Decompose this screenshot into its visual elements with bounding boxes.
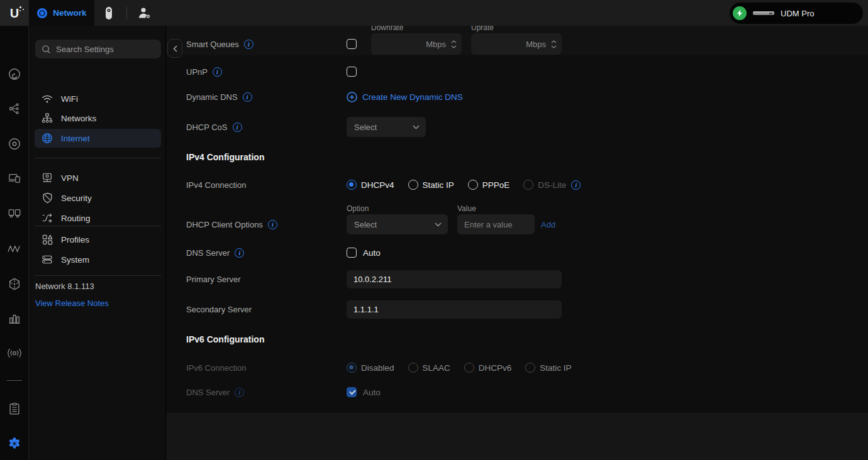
dns-server-row: DNS Server Auto: [186, 247, 855, 258]
radio-icon: [347, 363, 357, 373]
mesh-network-icon[interactable]: [0, 277, 29, 292]
statistics-icon[interactable]: [0, 311, 29, 326]
stepper-icon[interactable]: [551, 40, 557, 48]
search-input[interactable]: [56, 45, 150, 54]
dashboard-icon[interactable]: [0, 67, 29, 82]
radio-icon: [408, 363, 418, 373]
globe-icon: [41, 133, 53, 144]
ipv6-dns-server-label: DNS Server: [186, 388, 347, 397]
ubiquiti-logo[interactable]: U: [0, 0, 29, 26]
admin-user-gear-icon: [137, 6, 152, 20]
system-log-icon[interactable]: [0, 402, 29, 417]
info-icon[interactable]: [268, 220, 277, 229]
collapse-sidebar-button[interactable]: [167, 39, 182, 58]
sidebar-item-profiles[interactable]: Profiles: [35, 230, 161, 249]
smart-queues-checkbox[interactable]: [347, 39, 357, 49]
create-dynamic-dns-link[interactable]: Create New Dynamic DNS: [347, 92, 463, 102]
clients-icon[interactable]: [0, 171, 29, 186]
sidebar-item-wifi[interactable]: WiFi: [35, 89, 161, 108]
rail-divider: [7, 380, 22, 381]
info-icon[interactable]: [233, 123, 242, 132]
power-status-icon: [733, 6, 747, 20]
dhcp-cos-select[interactable]: Select: [347, 117, 426, 137]
option-column-label: Option: [347, 204, 369, 213]
unifi-network-settings-app: Downrate Uprate Smart Queues Mbps Mbps: [0, 0, 868, 460]
camera-icon: [105, 6, 113, 20]
radio-static-ip[interactable]: Static IP: [408, 180, 454, 190]
chevron-down-icon: [413, 125, 420, 129]
dhcp-client-options-row: DHCP Client Options Select Add: [186, 214, 855, 234]
info-icon[interactable]: [235, 248, 244, 258]
unifi-devices-icon[interactable]: [0, 136, 29, 151]
network-app-icon: [36, 8, 48, 19]
primary-server-row: Primary Server: [186, 270, 855, 288]
udm-pro-thumbnail: [753, 11, 774, 15]
ipv6-dns-auto-checkbox: [347, 387, 357, 397]
dynamic-dns-label: Dynamic DNS: [186, 92, 347, 102]
shield-icon: [41, 192, 53, 204]
ipv4-configuration-heading: IPv4 Configuration: [186, 152, 264, 162]
sidebar-item-security[interactable]: Security: [35, 189, 161, 207]
system-icon: [41, 255, 53, 265]
settings-gear-icon[interactable]: [0, 436, 29, 451]
smart-queues-label: Smart Queues: [186, 40, 347, 49]
sidebar-item-internet[interactable]: Internet: [35, 129, 161, 148]
dns-auto-checkbox[interactable]: [347, 248, 357, 258]
info-icon[interactable]: [244, 40, 253, 49]
profiles-icon: [41, 234, 53, 245]
topbar-divider: [126, 7, 127, 19]
dynamic-dns-row: Dynamic DNS Create New Dynamic DNS: [186, 91, 855, 102]
sidebar-item-networks[interactable]: Networks: [35, 109, 161, 128]
uprate-input[interactable]: Mbps: [471, 33, 562, 55]
radio-icon: [525, 363, 535, 373]
dhcp-cos-row: DHCP CoS Select: [186, 117, 855, 137]
ipv4-connection-row: IPv4 Connection DHCPv4 Static IP PPPoE D…: [186, 179, 855, 190]
vpn-icon: [41, 172, 53, 183]
ipv6-connection-label: IPv6 Connection: [186, 363, 347, 373]
radio-pppoe[interactable]: PPPoE: [468, 180, 510, 190]
radio-ds-lite: DS-Lite: [523, 180, 566, 190]
radio-icon: [468, 180, 478, 190]
console-name: UDM Pro: [781, 9, 814, 18]
sidebar-item-system[interactable]: System: [35, 250, 161, 269]
sidebar-divider: [35, 158, 161, 158]
radio-icon: [347, 180, 357, 190]
info-icon[interactable]: [243, 92, 252, 102]
radio-icon: [408, 180, 418, 190]
dhcp-option-select[interactable]: Select: [347, 214, 448, 234]
sidebar-item-routing[interactable]: Routing: [35, 209, 161, 227]
app-rail: [0, 26, 29, 460]
tab-protect-camera[interactable]: [94, 0, 123, 26]
sidebar-divider: [35, 275, 161, 276]
topology-icon[interactable]: [0, 101, 29, 116]
tab-network[interactable]: Network: [29, 0, 94, 26]
ipv6-dns-server-row: DNS Server Auto: [186, 386, 855, 398]
view-release-notes-link[interactable]: View Release Notes: [35, 298, 109, 308]
upnp-checkbox[interactable]: [347, 67, 357, 77]
page-background: [166, 413, 868, 460]
sidebar-item-vpn[interactable]: VPN: [35, 168, 161, 187]
radio-slaac: SLAAC: [408, 363, 450, 373]
radio-ipv6-disabled: Disabled: [347, 363, 394, 373]
network-version-text: Network 8.1.113: [35, 282, 94, 291]
info-icon[interactable]: [571, 180, 581, 190]
downrate-input[interactable]: Mbps: [371, 33, 462, 55]
add-dhcp-option-link[interactable]: Add: [541, 220, 555, 229]
chevron-down-icon: [435, 222, 442, 227]
radio-dhcpv4[interactable]: DHCPv4: [347, 180, 394, 190]
radio-waves-icon[interactable]: [0, 241, 29, 256]
stepper-icon[interactable]: [451, 40, 457, 48]
dhcp-option-value-input[interactable]: [457, 214, 535, 234]
info-icon[interactable]: [213, 67, 222, 77]
radio-icon: [464, 363, 474, 373]
search-settings-box[interactable]: [35, 40, 161, 58]
ports-icon[interactable]: [0, 206, 29, 221]
broadcast-icon[interactable]: [0, 346, 29, 361]
secondary-server-input[interactable]: [347, 300, 562, 319]
primary-server-label: Primary Server: [186, 275, 347, 284]
sidebar-divider: [35, 226, 161, 226]
console-selector[interactable]: UDM Pro: [730, 3, 863, 24]
primary-server-input[interactable]: [347, 270, 562, 288]
internet-settings-panel: Downrate Uprate Smart Queues Mbps Mbps: [166, 26, 868, 413]
tab-admin-users[interactable]: [130, 0, 159, 26]
